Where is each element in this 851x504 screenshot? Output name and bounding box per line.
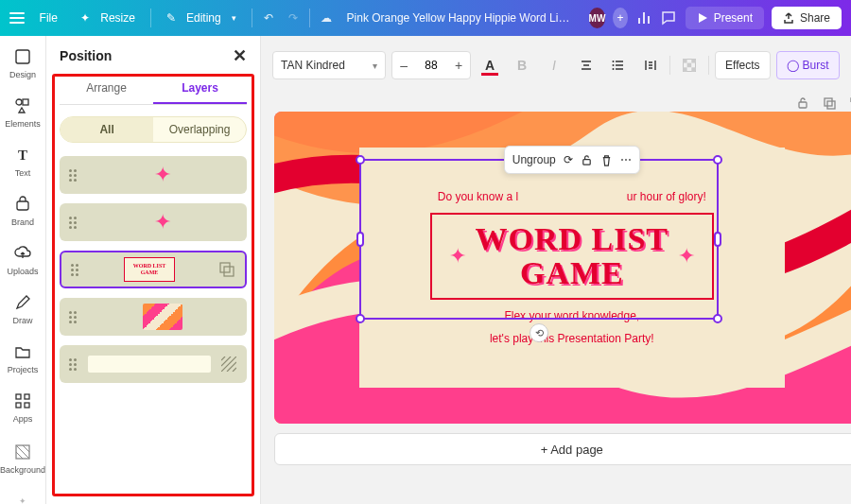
trash-icon[interactable] xyxy=(600,154,613,166)
transparency-icon[interactable] xyxy=(676,52,703,78)
more-icon[interactable]: ⋯ xyxy=(845,52,851,78)
svg-point-12 xyxy=(613,64,615,66)
floating-toolbar: Ungroup ⟳ ⋯ xyxy=(504,146,640,174)
list-icon[interactable] xyxy=(605,52,632,78)
rail-brand[interactable]: Brand xyxy=(0,189,45,236)
more-icon[interactable]: ⋯ xyxy=(620,153,632,166)
present-button[interactable]: Present xyxy=(686,7,764,29)
position-panel: Position ✕ Arrange Layers All Overlappin… xyxy=(46,36,261,504)
duplicate-icon[interactable] xyxy=(821,95,838,112)
svg-point-1 xyxy=(16,99,22,105)
resize-handle[interactable] xyxy=(714,232,721,247)
redo-icon[interactable]: ↷ xyxy=(285,6,302,30)
resize-handle[interactable] xyxy=(356,155,365,165)
lock-icon[interactable] xyxy=(794,95,811,112)
rail-background[interactable]: Background xyxy=(0,437,45,484)
font-size-decrease[interactable]: – xyxy=(392,52,415,78)
lock-icon[interactable] xyxy=(581,154,593,166)
svg-rect-0 xyxy=(16,50,29,63)
document-title[interactable]: Pink Orange Yellow Happy Hippie Word Lis… xyxy=(347,11,574,25)
ungroup-button[interactable]: Ungroup xyxy=(512,153,556,166)
file-menu[interactable]: File xyxy=(32,8,65,28)
svg-point-11 xyxy=(613,61,615,62)
bold-icon[interactable]: B xyxy=(509,52,535,78)
panel-title: Position xyxy=(60,48,112,63)
font-size-stepper: – 88 + xyxy=(391,51,471,79)
rail-magic[interactable]: ✦ xyxy=(0,486,45,504)
highlight-frame xyxy=(52,74,254,496)
rotate-handle[interactable]: ⟲ xyxy=(530,323,548,342)
add-page-button[interactable]: + Add page xyxy=(274,433,851,465)
svg-rect-19 xyxy=(691,67,696,72)
rail-uploads[interactable]: Uploads xyxy=(0,238,45,286)
close-icon[interactable]: ✕ xyxy=(233,47,247,64)
svg-rect-6 xyxy=(16,403,21,408)
spacing-icon[interactable] xyxy=(637,52,664,78)
rail-elements[interactable]: Elements xyxy=(0,91,45,138)
svg-rect-5 xyxy=(25,394,29,399)
canvas-area: TAN Kindred▾ – 88 + A B I Effects ◯Burst… xyxy=(261,36,851,504)
expand-icon[interactable] xyxy=(847,95,851,112)
page-actions xyxy=(794,95,851,112)
resize-menu[interactable]: ✦ Resize xyxy=(73,8,143,28)
resize-handle[interactable] xyxy=(356,314,365,323)
svg-rect-18 xyxy=(683,67,687,72)
share-button[interactable]: Share xyxy=(772,7,842,29)
editing-menu[interactable]: ✎ Editing ▾ xyxy=(159,8,244,28)
context-toolbar: TAN Kindred▾ – 88 + A B I Effects ◯Burst… xyxy=(272,45,851,85)
comment-icon[interactable] xyxy=(660,6,677,30)
svg-rect-2 xyxy=(23,99,28,105)
sync-icon[interactable]: ⟳ xyxy=(564,153,573,166)
rail-draw[interactable]: Draw xyxy=(0,287,45,335)
align-icon[interactable] xyxy=(573,52,599,78)
rail-projects[interactable]: Projects xyxy=(0,337,45,384)
analytics-icon[interactable] xyxy=(635,6,652,30)
svg-rect-20 xyxy=(799,102,807,108)
rail-apps[interactable]: Apps xyxy=(0,386,45,433)
resize-handle[interactable] xyxy=(713,155,722,165)
svg-point-13 xyxy=(613,68,615,70)
chevron-down-icon: ▾ xyxy=(373,61,377,71)
resize-handle[interactable] xyxy=(713,314,722,323)
rail-text[interactable]: TText xyxy=(0,140,45,187)
font-size-value[interactable]: 88 xyxy=(415,59,447,72)
font-size-increase[interactable]: + xyxy=(447,52,470,78)
add-member-icon[interactable]: + xyxy=(613,8,628,28)
selection-bounds[interactable]: ⟲ xyxy=(359,159,719,320)
svg-rect-24 xyxy=(583,159,590,165)
cloud-sync-icon[interactable]: ☁ xyxy=(318,6,335,30)
svg-rect-15 xyxy=(683,59,687,63)
tagline-line3: let's play this Presentation Party! xyxy=(490,332,654,345)
left-rail: Design Elements TText Brand Uploads Draw… xyxy=(0,36,46,504)
rail-design[interactable]: Design xyxy=(0,42,45,89)
top-toolbar: File ✦ Resize ✎ Editing ▾ ↶ ↷ ☁ Pink Ora… xyxy=(0,0,851,36)
svg-rect-16 xyxy=(691,59,696,63)
effects-button[interactable]: Effects xyxy=(715,51,770,79)
italic-icon[interactable]: I xyxy=(541,52,567,78)
svg-rect-22 xyxy=(827,101,835,109)
svg-rect-3 xyxy=(17,201,28,210)
svg-rect-17 xyxy=(687,63,692,68)
avatar[interactable]: MW xyxy=(589,8,606,28)
burst-button[interactable]: ◯Burst xyxy=(776,51,840,79)
menu-icon[interactable] xyxy=(9,8,25,28)
resize-handle[interactable] xyxy=(356,232,364,247)
svg-rect-4 xyxy=(16,394,21,399)
canvas-stage[interactable]: Do you know a l xxxxxxxxxxxxxxxxxx ur ho… xyxy=(274,112,851,424)
svg-rect-21 xyxy=(825,98,832,106)
font-picker[interactable]: TAN Kindred▾ xyxy=(272,51,386,79)
svg-rect-7 xyxy=(25,403,29,408)
undo-icon[interactable]: ↶ xyxy=(260,6,277,30)
font-color-icon[interactable]: A xyxy=(477,52,503,78)
